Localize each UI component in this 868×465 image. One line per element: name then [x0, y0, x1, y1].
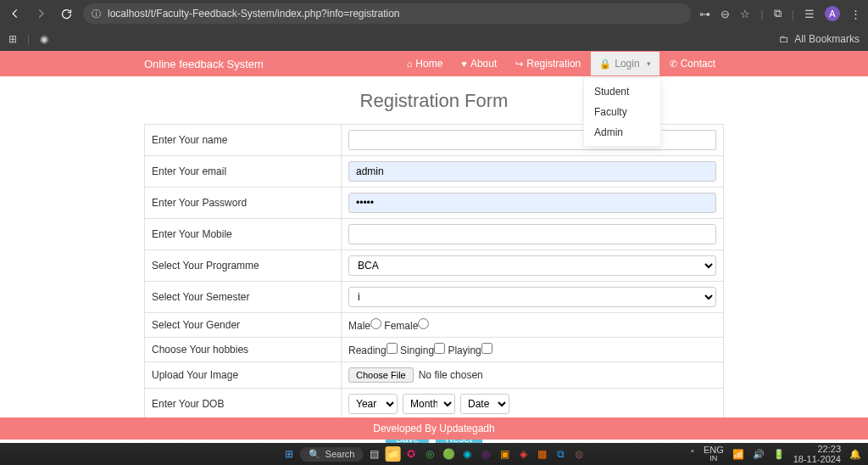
notifications-icon[interactable]: 🔔: [849, 449, 861, 460]
page-footer: Developed By Updategadh: [0, 417, 868, 440]
registration-form: Enter Your name Enter Your email Enter Y…: [144, 124, 724, 420]
label-name: Enter Your name: [145, 125, 342, 156]
bookmark-folder-icon[interactable]: ◉: [40, 33, 48, 45]
side-panel-icon[interactable]: ☰: [804, 8, 815, 20]
password-input[interactable]: [348, 193, 716, 213]
arrow-left-icon: [9, 8, 21, 20]
edge-icon[interactable]: ◉: [459, 446, 475, 462]
vscode-icon[interactable]: ⧉: [553, 446, 568, 462]
hobby-reading-label: Reading: [348, 345, 387, 356]
nav-home[interactable]: ⌂Home: [398, 52, 452, 76]
hobby-singing-check[interactable]: [434, 343, 445, 354]
label-mobile: Enter Your Mobile: [145, 219, 342, 250]
start-button[interactable]: ⊞: [281, 446, 297, 462]
dob-year-select[interactable]: Year: [348, 394, 398, 414]
label-email: Enter Your email: [145, 156, 342, 188]
lock-icon: 🔒: [599, 59, 611, 70]
phone-icon: ✆: [670, 59, 677, 70]
arrow-right-icon: [35, 8, 47, 20]
page-content: Registration Form Enter Your name Enter …: [0, 76, 868, 457]
explorer-icon[interactable]: 📁: [385, 446, 400, 462]
hobby-playing-label: Playing: [448, 345, 481, 356]
app-icon-4[interactable]: ▣: [497, 446, 512, 462]
chrome-right-controls: ⊶ ⊖ ☆ | ⧉ | ☰ A ⋮: [699, 6, 861, 21]
app-icon-2[interactable]: ◎: [422, 446, 437, 462]
email-input[interactable]: [348, 161, 716, 182]
hobby-reading-check[interactable]: [387, 343, 398, 354]
mobile-input[interactable]: [348, 224, 716, 244]
wifi-icon[interactable]: 📶: [732, 449, 744, 460]
label-gender: Select Your Gender: [145, 313, 342, 338]
dob-date-select[interactable]: Date: [460, 394, 509, 414]
nav-contact[interactable]: ✆Contact: [661, 52, 724, 76]
gender-female-radio[interactable]: [418, 318, 429, 329]
site-info-icon[interactable]: ⓘ: [92, 8, 101, 20]
app-icon-1[interactable]: ✪: [403, 446, 419, 462]
profile-avatar[interactable]: A: [825, 6, 840, 21]
battery-icon[interactable]: 🔋: [773, 449, 785, 460]
hobby-singing-label: Singing: [400, 345, 434, 356]
region-indicator: IN: [704, 455, 724, 462]
login-dropdown: Student Faculty Admin: [583, 77, 661, 147]
dob-month-select[interactable]: Month: [403, 394, 455, 414]
reload-button[interactable]: [58, 5, 75, 22]
nav-links: ⌂Home ♥About ↪Registration 🔒Login▾ ✆Cont…: [398, 52, 724, 76]
gender-male-radio[interactable]: [370, 318, 381, 329]
signin-icon: ↪: [515, 59, 523, 70]
label-password: Enter Your Password: [145, 188, 342, 219]
home-icon: ⌂: [407, 59, 413, 69]
label-hobbies: Choose Your hobbies: [145, 338, 342, 362]
chrome-menu-icon[interactable]: ⋮: [850, 8, 861, 20]
dropdown-admin[interactable]: Admin: [584, 122, 660, 143]
password-key-icon[interactable]: ⊶: [699, 8, 710, 20]
zoom-icon[interactable]: ⊖: [721, 8, 730, 20]
folder-icon: 🗀: [779, 33, 789, 45]
label-image: Upload Your Image: [145, 362, 342, 389]
clock-time[interactable]: 22:23: [793, 444, 841, 454]
hobby-playing-check[interactable]: [481, 343, 492, 354]
heart-icon: ♥: [461, 59, 467, 69]
gender-female-label: Female: [384, 320, 418, 332]
address-bar[interactable]: ⓘ localhost/t/Faculty-Feedback-System/in…: [83, 3, 691, 24]
all-bookmarks-button[interactable]: 🗀 All Bookmarks: [779, 33, 860, 45]
app-icon-7[interactable]: ◍: [571, 446, 587, 462]
app-icon-5[interactable]: ◈: [515, 446, 531, 462]
clock-date: 18-11-2024: [793, 454, 841, 464]
label-dob: Enter Your DOB: [145, 389, 342, 420]
tray-chevron-icon[interactable]: ˄: [690, 449, 695, 460]
url-text: localhost/t/Faculty-Feedback-System/inde…: [108, 8, 400, 20]
dropdown-student[interactable]: Student: [584, 81, 660, 102]
app-icon-3[interactable]: ◎: [478, 446, 493, 462]
choose-file-button[interactable]: Choose File: [348, 367, 414, 383]
extensions-icon[interactable]: ⧉: [774, 7, 782, 20]
dropdown-faculty[interactable]: Faculty: [584, 102, 660, 122]
caret-down-icon: ▾: [647, 59, 651, 68]
bookmarks-bar: ⊞ | ◉ 🗀 All Bookmarks: [0, 27, 868, 51]
browser-toolbar: ⓘ localhost/t/Faculty-Feedback-System/in…: [0, 0, 868, 27]
search-icon: 🔍: [309, 449, 320, 460]
nav-about[interactable]: ♥About: [453, 52, 505, 76]
app-navbar: Online feedback System ⌂Home ♥About ↪Reg…: [0, 51, 868, 76]
app-icon-6[interactable]: ▦: [534, 446, 549, 462]
reload-icon: [60, 8, 73, 20]
nav-login[interactable]: 🔒Login▾: [591, 52, 659, 76]
forward-button[interactable]: [32, 5, 49, 22]
back-button[interactable]: [7, 5, 24, 22]
nav-registration[interactable]: ↪Registration: [507, 52, 589, 76]
semester-select[interactable]: i: [348, 287, 716, 307]
brand-title: Online feedback System: [144, 58, 264, 70]
programme-select[interactable]: BCA: [348, 255, 716, 276]
apps-grid-icon[interactable]: ⊞: [8, 33, 17, 45]
volume-icon[interactable]: 🔊: [753, 449, 765, 460]
windows-taskbar: ⊞ 🔍 Search ▤ 📁 ✪ ◎ 🟢 ◉ ◎ ▣ ◈ ▦ ⧉ ◍ ˄ ENG…: [0, 443, 868, 465]
label-programme: Select Your Programme: [145, 250, 342, 282]
task-view-icon[interactable]: ▤: [366, 446, 381, 462]
gender-male-label: Male: [348, 320, 370, 332]
bookmark-star-icon[interactable]: ☆: [740, 8, 750, 20]
chrome-icon[interactable]: 🟢: [441, 446, 456, 462]
label-semester: Select Your Semester: [145, 282, 342, 313]
taskbar-search[interactable]: 🔍 Search: [300, 447, 364, 462]
file-status: No file chosen: [419, 369, 483, 381]
